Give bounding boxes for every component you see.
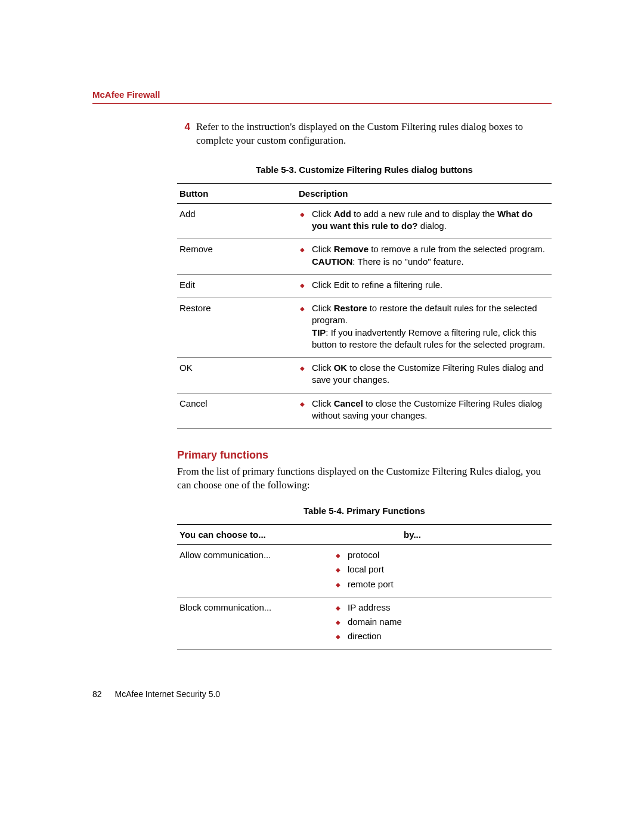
table-row: OKClick OK to close the Customize Filter… [177, 358, 552, 394]
step-number: 4 [177, 120, 190, 148]
table-2-caption: Table 5-4. Primary Functions [177, 506, 552, 516]
table-1-caption: Table 5-3. Customize Filtering Rules dia… [177, 165, 552, 175]
table-row: Block communication...IP addressdomain n… [177, 597, 552, 649]
section-intro: From the list of primary functions displ… [177, 465, 552, 493]
table-row: Allow communication...protocollocal port… [177, 545, 552, 597]
table-2-header-choose: You can choose to... [177, 525, 332, 545]
table-cell-description: Click Remove to remove a rule from the s… [296, 239, 552, 275]
table-row: CancelClick Cancel to close the Customiz… [177, 393, 552, 429]
table-cell-button: Restore [177, 298, 296, 358]
running-header: McAfee Firewall [92, 89, 552, 104]
table-cell-choose: Allow communication... [177, 545, 332, 597]
table-row: RemoveClick Remove to remove a rule from… [177, 239, 552, 275]
table-cell-button: Add [177, 203, 296, 239]
section-heading-primary-functions: Primary functions [177, 449, 552, 462]
table-cell-description: Click Add to add a new rule and to displ… [296, 203, 552, 239]
table-row: EditClick Edit to refine a filtering rul… [177, 274, 552, 298]
step-4: 4 Refer to the instruction's displayed o… [177, 120, 552, 148]
table-cell-description: Click Restore to restore the default rul… [296, 298, 552, 358]
table-cell-description: Click Edit to refine a filtering rule. [296, 274, 552, 298]
table-cell-button: Edit [177, 274, 296, 298]
table-cell-description: Click Cancel to close the Customize Filt… [296, 393, 552, 429]
table-cell-choose: Block communication... [177, 597, 332, 649]
document-page: McAfee Firewall 4 Refer to the instructi… [0, 0, 644, 833]
table-cell-button: OK [177, 358, 296, 394]
table-2: You can choose to... by... Allow communi… [177, 524, 552, 650]
table-cell-button: Cancel [177, 393, 296, 429]
table-1-header-description: Description [296, 183, 552, 203]
footer-title: McAfee Internet Security 5.0 [114, 689, 220, 699]
table-2-header-by: by... [332, 525, 552, 545]
table-cell-by: IP addressdomain namedirection [332, 597, 552, 649]
table-row: RestoreClick Restore to restore the defa… [177, 298, 552, 358]
table-1-header-button: Button [177, 183, 296, 203]
page-footer: 82 McAfee Internet Security 5.0 [92, 689, 220, 699]
table-1: Button Description AddClick Add to add a… [177, 183, 552, 429]
step-text: Refer to the instruction's displayed on … [196, 120, 552, 148]
page-number: 82 [92, 689, 102, 699]
table-row: AddClick Add to add a new rule and to di… [177, 203, 552, 239]
table-cell-button: Remove [177, 239, 296, 275]
table-cell-description: Click OK to close the Customize Filterin… [296, 358, 552, 394]
table-cell-by: protocollocal portremote port [332, 545, 552, 597]
